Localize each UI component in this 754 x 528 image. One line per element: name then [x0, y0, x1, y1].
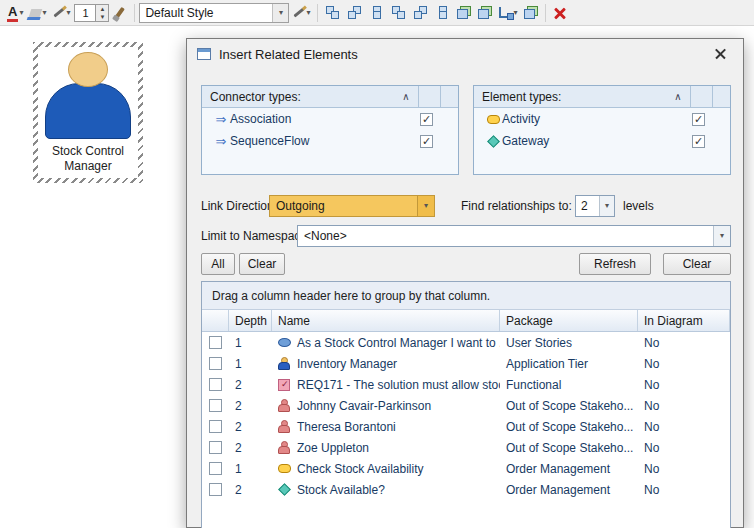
line-width-spinner[interactable]: 1 ▲▼: [74, 4, 109, 22]
row-in-diagram: No: [638, 353, 730, 374]
table-row[interactable]: 1 Check Stock Availability Order Managem…: [202, 458, 730, 479]
row-package: Out of Scope Stakeho...: [500, 395, 638, 416]
stakeholder-icon: [276, 420, 292, 433]
connector-type-item[interactable]: Association: [202, 108, 458, 130]
close-icon[interactable]: [707, 43, 733, 65]
row-checkbox[interactable]: [209, 483, 222, 496]
table-row[interactable]: 2 REQ171 - The solution must allow stoc.…: [202, 374, 730, 395]
align-top-button[interactable]: [322, 2, 343, 24]
find-levels-combobox[interactable]: 2 ▾: [575, 195, 615, 217]
header-cell: [690, 86, 712, 107]
chevron-down-icon[interactable]: ▾: [19, 9, 23, 17]
column-header-in-diagram[interactable]: In Diagram: [638, 310, 730, 331]
table-row[interactable]: 2 Theresa Borantoni Out of Scope Stakeho…: [202, 416, 730, 437]
copy-style-button[interactable]: [454, 2, 474, 24]
table-row[interactable]: 1 As a Stock Control Manager I want to .…: [202, 332, 730, 353]
visual-style-button[interactable]: [521, 2, 541, 24]
row-depth: 1: [229, 458, 272, 479]
style-combobox-dropdown[interactable]: ▾: [272, 4, 288, 22]
header-cell: [418, 86, 440, 107]
align-top-icon: [325, 5, 340, 20]
table-row[interactable]: 2 Johnny Cavair-Parkinson Out of Scope S…: [202, 395, 730, 416]
fill-color-button[interactable]: ▾: [27, 2, 49, 24]
association-checkbox[interactable]: [420, 113, 433, 126]
namespace-dropdown[interactable]: ▾: [713, 226, 730, 246]
row-package: Functional: [500, 374, 638, 395]
actor-shape[interactable]: Stock Control Manager: [38, 47, 138, 178]
gateway-checkbox[interactable]: [692, 135, 705, 148]
element-types-group: Element types: ∧ Activity Gateway: [473, 85, 731, 175]
find-levels-value: 2: [576, 196, 599, 216]
space-horizontal-button[interactable]: [410, 2, 431, 24]
align-bottom-button[interactable]: [344, 2, 365, 24]
same-width-icon: [369, 5, 384, 20]
chevron-down-icon[interactable]: ▾: [42, 9, 46, 17]
chevron-down-icon[interactable]: ▾: [66, 9, 70, 17]
header-cell: [440, 86, 458, 107]
paintbrush-icon: [116, 7, 126, 18]
sequenceflow-checkbox[interactable]: [420, 135, 433, 148]
table-row[interactable]: 2 Zoe Uppleton Out of Scope Stakeho... N…: [202, 437, 730, 458]
spinner-arrows[interactable]: ▲▼: [96, 4, 109, 22]
row-checkbox[interactable]: [209, 357, 222, 370]
row-checkbox[interactable]: [209, 378, 222, 391]
element-types-label: Element types:: [474, 90, 666, 104]
paste-style-button[interactable]: [475, 2, 495, 24]
autoroute-button[interactable]: ▾: [496, 2, 520, 24]
clear-button[interactable]: Clear: [663, 253, 731, 275]
connector-type-item[interactable]: SequenceFlow: [202, 130, 458, 152]
link-direction-combobox[interactable]: Outgoing ▾: [269, 195, 435, 217]
chevron-down-icon[interactable]: ▾: [306, 9, 310, 17]
row-checkbox[interactable]: [209, 420, 222, 433]
collapse-chevron-icon[interactable]: ∧: [394, 91, 418, 102]
connector-types-header[interactable]: Connector types: ∧: [202, 86, 458, 108]
column-header-depth[interactable]: Depth: [229, 310, 272, 331]
element-types-header[interactable]: Element types: ∧: [474, 86, 730, 108]
align-bottom-icon: [347, 5, 362, 20]
same-height-icon: [391, 5, 406, 20]
spin-down-icon[interactable]: ▼: [96, 13, 108, 21]
all-button[interactable]: All: [201, 253, 235, 275]
row-depth: 2: [229, 479, 272, 500]
element-type-item[interactable]: Activity: [474, 108, 730, 130]
row-checkbox[interactable]: [209, 462, 222, 475]
space-vertical-button[interactable]: [432, 2, 453, 24]
font-color-button[interactable]: A ▾: [4, 2, 26, 24]
element-type-item[interactable]: Gateway: [474, 130, 730, 152]
column-header-select[interactable]: [202, 310, 229, 331]
table-row[interactable]: 2 Stock Available? Order Management No: [202, 479, 730, 500]
spin-up-icon[interactable]: ▲: [96, 5, 108, 13]
same-height-button[interactable]: [388, 2, 409, 24]
row-checkbox[interactable]: [209, 441, 222, 454]
column-header-name[interactable]: Name: [272, 310, 500, 331]
grid-body: 1 As a Stock Control Manager I want to .…: [202, 332, 730, 500]
namespace-label: Limit to Namespace:: [201, 225, 310, 247]
insert-related-elements-dialog: Insert Related Elements Connector types:…: [186, 38, 744, 528]
delete-button[interactable]: [550, 2, 570, 24]
same-width-button[interactable]: [366, 2, 387, 24]
refresh-button[interactable]: Refresh: [579, 253, 651, 275]
clear-selection-button[interactable]: Clear: [239, 253, 285, 275]
row-checkbox[interactable]: [209, 399, 222, 412]
dialog-titlebar[interactable]: Insert Related Elements: [187, 39, 743, 69]
selected-actor-element[interactable]: Stock Control Manager: [33, 42, 143, 183]
line-color-button[interactable]: ▾: [50, 2, 73, 24]
row-package: Order Management: [500, 458, 638, 479]
toolbar-separator: [317, 4, 318, 22]
activity-checkbox[interactable]: [692, 113, 705, 126]
table-row[interactable]: 1 Inventory Manager Application Tier No: [202, 353, 730, 374]
collapse-chevron-icon[interactable]: ∧: [666, 91, 690, 102]
format-painter-button[interactable]: [110, 2, 130, 24]
row-checkbox[interactable]: [209, 336, 222, 349]
chevron-down-icon: ▾: [424, 202, 428, 210]
link-direction-dropdown[interactable]: ▾: [417, 196, 434, 216]
column-header-package[interactable]: Package: [500, 310, 638, 331]
connector-types-label: Connector types:: [202, 90, 394, 104]
group-by-hint[interactable]: Drag a column header here to group by th…: [202, 282, 730, 310]
pen-style-button[interactable]: ▾: [290, 2, 313, 24]
style-combobox[interactable]: Default Style ▾: [139, 3, 289, 23]
row-in-diagram: No: [638, 374, 730, 395]
find-levels-dropdown[interactable]: ▾: [599, 196, 614, 216]
namespace-combobox[interactable]: <None> ▾: [297, 225, 731, 247]
line-width-value[interactable]: 1: [74, 4, 96, 22]
